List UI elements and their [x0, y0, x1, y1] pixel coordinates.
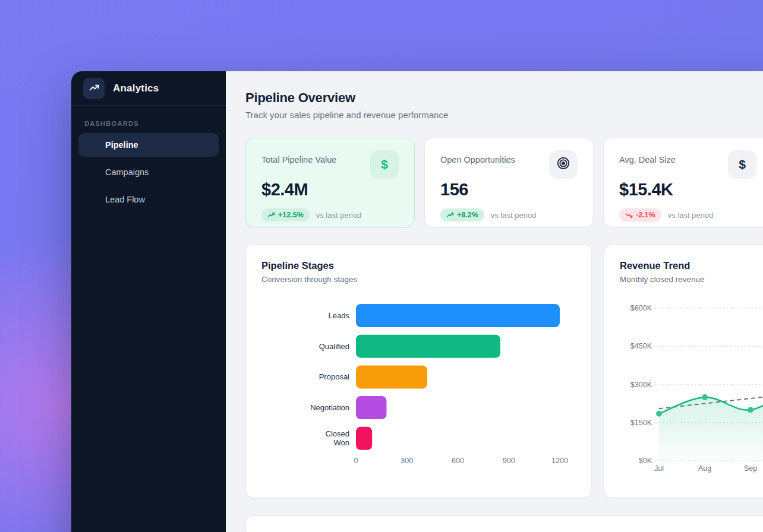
svg-text:$600K: $600K	[630, 304, 652, 312]
app-name: Analytics	[113, 83, 159, 94]
kpi-row: Total Pipeline Value $ $2.4M	[245, 138, 763, 227]
sidebar-item-label: Campaigns	[105, 167, 149, 177]
trending-up-icon	[83, 78, 105, 99]
route-icon	[87, 139, 97, 151]
compare-label: vs last period	[491, 211, 537, 220]
svg-text:$450K: $450K	[630, 342, 652, 350]
delta-badge: -2.1%	[619, 208, 661, 221]
kpi-value: $2.4M	[261, 180, 399, 200]
svg-text:900: 900	[503, 457, 515, 465]
kpi-value: 156	[440, 180, 578, 200]
delta-badge: +12.5%	[261, 208, 310, 221]
trending-up-icon	[267, 211, 275, 219]
svg-text:Aug: Aug	[698, 464, 711, 473]
bottom-card	[245, 515, 763, 532]
kpi-label: Total Pipeline Value	[261, 153, 336, 164]
dollar-icon: $	[739, 157, 746, 172]
target-icon	[556, 156, 571, 173]
kpi-card-total-pipeline-value: Total Pipeline Value $ $2.4M	[245, 138, 415, 227]
svg-text:Proposal: Proposal	[319, 372, 349, 381]
sidebar-section-label: DASHBOARDS	[84, 120, 213, 127]
kpi-label: Avg. Deal Size	[619, 153, 676, 164]
svg-text:600: 600	[452, 457, 464, 465]
sidebar-item-pipeline[interactable]: Pipeline	[78, 133, 219, 157]
compare-label: vs last period	[316, 211, 362, 220]
sidebar-nav: Pipeline Campaigns Lead Flow	[71, 133, 226, 211]
trending-up-icon	[446, 211, 454, 219]
page-title: Pipeline Overview	[245, 90, 763, 106]
pipeline-stages-chart: LeadsQualifiedProposalNegotiationClosedW…	[261, 294, 577, 473]
compare-label: vs last period	[668, 211, 714, 220]
chart-title: Revenue Trend	[620, 260, 763, 271]
main-content: Pipeline Overview Track your sales pipel…	[226, 71, 763, 532]
kpi-card-open-opportunities: Open Opportunities $ 156	[424, 138, 594, 227]
svg-text:Qualified: Qualified	[319, 342, 349, 351]
kpi-icon: $	[370, 150, 399, 179]
app-window: Analytics DASHBOARDS Pipeline	[71, 71, 763, 532]
pipeline-stages-card: Pipeline Stages Conversion through stage…	[245, 244, 592, 498]
delta-badge: +8.2%	[440, 208, 484, 221]
delta-value: -2.1%	[636, 211, 655, 219]
chart-title: Pipeline Stages	[261, 260, 576, 271]
svg-text:Leads: Leads	[329, 311, 350, 320]
sidebar-item-label: Pipeline	[105, 140, 138, 150]
page-subtitle: Track your sales pipeline and revenue pe…	[245, 110, 763, 120]
svg-text:300: 300	[401, 457, 413, 465]
dollar-icon: $	[381, 157, 388, 172]
sidebar-item-lead-flow[interactable]: Lead Flow	[78, 188, 219, 211]
revenue-trend-card: Revenue Trend Monthly closed revenue $0K…	[604, 244, 763, 498]
svg-text:1200: 1200	[551, 457, 568, 465]
trending-down-icon	[625, 211, 633, 219]
svg-text:Jul: Jul	[654, 464, 664, 473]
app-logo: Analytics	[71, 71, 226, 106]
kpi-card-avg-deal-size: Avg. Deal Size $ $15.4K	[603, 138, 763, 227]
svg-text:ClosedWon: ClosedWon	[326, 429, 349, 447]
sidebar: Analytics DASHBOARDS Pipeline	[71, 71, 226, 532]
users-icon	[87, 194, 97, 205]
kpi-icon: $	[728, 150, 756, 179]
svg-text:$150K: $150K	[630, 419, 652, 427]
chart-subtitle: Monthly closed revenue	[620, 275, 763, 284]
svg-text:$300K: $300K	[630, 381, 652, 389]
kpi-label: Open Opportunities	[440, 153, 515, 164]
sidebar-item-campaigns[interactable]: Campaigns	[78, 160, 219, 184]
bar-chart-icon	[87, 166, 97, 178]
svg-text:$0K: $0K	[639, 457, 652, 465]
svg-text:Negotiation: Negotiation	[310, 403, 349, 412]
kpi-icon: $	[549, 150, 578, 179]
kpi-value: $15.4K	[619, 180, 756, 200]
sidebar-item-label: Lead Flow	[105, 195, 145, 204]
svg-text:Sep: Sep	[744, 464, 757, 473]
delta-value: +12.5%	[278, 211, 304, 219]
delta-value: +8.2%	[457, 211, 478, 219]
svg-text:0: 0	[354, 457, 358, 465]
chart-subtitle: Conversion through stages	[261, 275, 576, 284]
